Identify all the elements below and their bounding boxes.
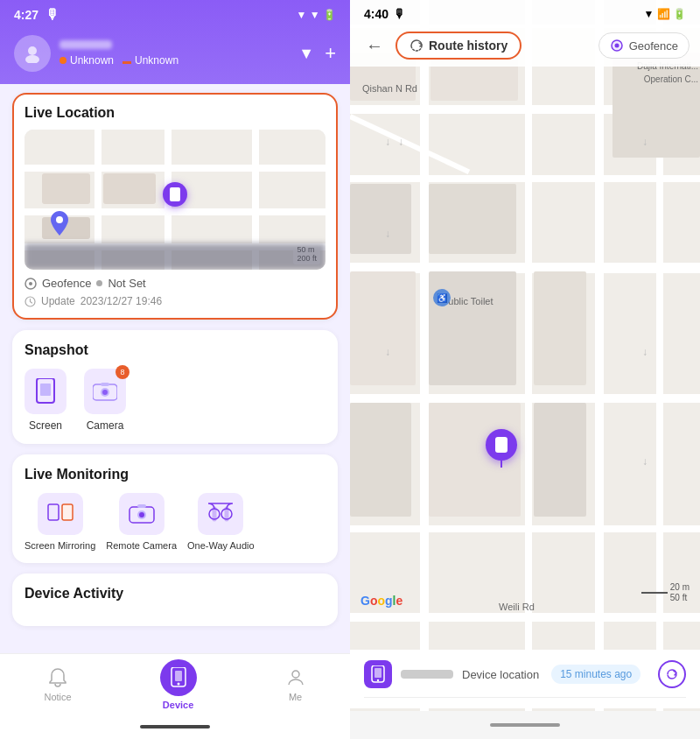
remote-camera-label: Remote Camera [106,540,177,551]
phone-icon-right [495,437,508,453]
left-panel: 4:27 🎙 ▼ ▼ 🔋 Unknown ▬ Unknown [0,0,350,739]
svg-rect-13 [62,504,73,520]
update-time: 2023/12/27 19:46 [80,295,162,307]
device-name-blur [401,670,453,679]
right-bottom-nav [350,711,700,739]
arrow6: ↓ [642,346,648,358]
right-map-pin-container [486,429,517,468]
arrow5: ↓ [642,136,648,148]
road-h2 [24,208,326,215]
status-label-1: Unknown [70,54,114,67]
toilet-icon: ♿ [433,289,451,306]
one-way-audio-item[interactable]: One-Way Audio [187,493,255,551]
refresh-button[interactable] [658,660,686,688]
header-actions: ▼ + [298,42,336,65]
device-icon-small [364,660,392,688]
right-road-v1 [420,0,429,739]
right-time: 4:40 [364,7,388,21]
left-home-indicator [0,714,350,739]
arrow4: ↓ [385,346,390,358]
svg-point-2 [56,216,63,223]
geofence-btn-icon [610,39,624,53]
building-r5 [350,271,416,385]
add-icon[interactable]: + [325,42,336,65]
right-bottom-card: Device location 15 minutes ago [350,650,700,708]
device-label: Device [163,700,193,710]
route-history-icon [410,39,424,53]
nav-device[interactable]: Device [160,659,197,710]
bottom-nav: Notice Device Me [0,653,350,714]
live-location-title: Live Location [24,105,326,121]
screen-mirroring-item[interactable]: Screen Mirroring [24,493,95,551]
building-r9 [534,403,586,517]
geofence-button[interactable]: Geofence [598,32,690,59]
right-map-scale: 20 m 50 ft [641,582,690,603]
pin-stem [500,461,502,468]
not-set-dot [96,280,102,286]
nav-notice[interactable]: Notice [44,667,71,702]
camera-snap-item[interactable]: 8 Camera [84,369,126,432]
user-name-blur [60,40,112,49]
svg-rect-7 [40,384,51,396]
right-map-pin [486,429,517,461]
building2 [103,173,156,204]
update-label: Update [41,295,75,307]
route-history-label: Route history [429,39,508,53]
svg-rect-12 [48,504,59,520]
arrow1: ↓ [385,136,390,148]
building-r3 [350,184,411,254]
back-button[interactable]: ← [360,34,388,58]
home-bar-right [490,723,560,727]
snapshot-row: Screen 8 Camera [24,369,326,432]
device-icon [170,667,187,688]
clock-icon [24,296,36,307]
notice-label: Notice [44,692,71,702]
screen-mirroring-label: Screen Mirroring [24,540,95,551]
left-time: 4:27 [14,8,38,22]
qishan-label: Qishan N Rd [362,83,417,94]
building-r4 [429,184,516,254]
dropdown-icon[interactable]: ▼ [298,45,314,63]
time-badge: 15 minutes ago [551,665,640,684]
screen-snap-item[interactable]: Screen [24,369,66,432]
device-phone-icon [371,665,385,683]
svg-point-10 [102,390,108,395]
arrow2: ↓ [398,136,403,148]
map-container[interactable]: Qishan N Rd Public Toilet ♿ Dajia Intern… [350,0,700,739]
device-activity-card: Device Activity [12,574,338,626]
monitoring-row: Screen Mirroring Remote Camera [24,493,326,551]
live-monitoring-card: Live Monitoring Screen Mirroring [12,454,338,563]
route-history-button[interactable]: Route history [396,32,522,60]
phone-icon [170,187,180,201]
live-monitoring-title: Live Monitoring [24,467,326,482]
not-set-label: Not Set [108,277,145,290]
map-preview[interactable]: 50 m200 ft [24,130,326,270]
camera-badge: 8 [116,365,130,379]
svg-point-0 [28,46,37,55]
snapshot-card: Snapshot Screen [12,330,338,444]
geofence-row: Geofence Not Set [24,277,326,290]
map-pin [163,182,187,207]
avatar[interactable] [14,35,51,72]
left-header: Unknown ▬ Unknown ▼ + [0,30,350,84]
operation-label: Operation C... [644,74,698,84]
svg-rect-21 [175,671,182,681]
building1 [42,173,90,204]
left-content: Live Location [0,84,350,653]
left-status-bar: 4:27 🎙 ▼ ▼ 🔋 [0,0,350,30]
nav-me[interactable]: Me [285,667,306,702]
svg-point-1 [25,55,39,63]
remote-camera-item[interactable]: Remote Camera [106,493,177,551]
one-way-audio-icon [198,493,243,535]
weili-label: Weili Rd [499,602,535,612]
right-road-v3 [595,0,604,739]
camera-label: Camera [87,419,124,432]
map-blur-bar [24,243,326,270]
svg-point-16 [139,512,144,517]
device-location-label: Device location [462,668,539,681]
notice-icon [47,667,68,688]
user-info: Unknown ▬ Unknown [60,40,298,67]
svg-point-28 [377,679,379,681]
geofence-label: Geofence [42,277,91,290]
status-item-2: ▬ Unknown [122,54,178,67]
